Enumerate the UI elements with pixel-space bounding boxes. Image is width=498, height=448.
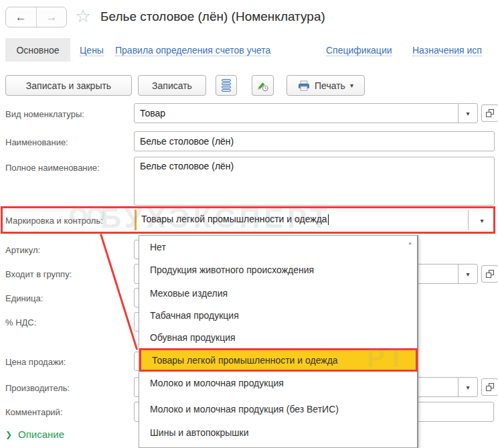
dropdown-item-moloko-bez-vetis[interactable]: Молоко и молочная продукция (без ВетИС) xyxy=(150,401,397,417)
naimenovanie-input[interactable]: Белье столовое (лён) xyxy=(134,131,495,151)
dropdown-item-obuvnaya[interactable]: Обувная продукция xyxy=(150,329,397,346)
annotation-red-line xyxy=(100,234,138,350)
vid-nomenklatury-dropdown-button[interactable]: ▾ xyxy=(458,104,477,123)
tab-naznacheniya[interactable]: Назначения исп xyxy=(412,45,482,56)
description-expander[interactable]: ❯ Описание xyxy=(5,429,64,440)
choose-from-list-icon xyxy=(486,109,494,117)
vid-nomenklatury-choose-button[interactable] xyxy=(481,104,498,122)
dropdown-item-shiny[interactable]: Шины и автопокрышки xyxy=(150,425,397,441)
markirovka-input[interactable]: Товары легкой промышленности и одежда xyxy=(141,214,329,225)
nomenclature-form-window: ← → ☆ Белье столовое (лён) (Номенклатура… xyxy=(0,0,498,448)
forward-button[interactable]: → xyxy=(37,7,67,27)
back-arrow-icon: ← xyxy=(15,11,27,24)
save-and-close-button[interactable]: Записать и закрыть xyxy=(5,75,132,96)
vhodit-v-gruppu-choose-button[interactable] xyxy=(481,265,498,283)
modified-field-marker xyxy=(135,210,137,230)
selected-item-label: Товары легкой промышленности и одежда xyxy=(152,355,338,366)
polnoe-naimenovanie-value: Белье столовое (лён) xyxy=(140,161,234,171)
field-label-naimenovanie: Наименование: xyxy=(5,137,68,147)
caret-down-icon: ▾ xyxy=(466,384,469,391)
dropdown-item-moloko[interactable]: Молоко и молочная продукция xyxy=(150,375,397,391)
dropdown-item-net[interactable]: Нет xyxy=(150,239,397,255)
forward-arrow-icon: → xyxy=(46,11,57,24)
caret-down-icon: ▾ xyxy=(480,217,483,224)
tab-pravila-scheta[interactable]: Правила определения счетов учета xyxy=(115,45,270,56)
caret-down-icon: ▾ xyxy=(466,271,469,278)
markirovka-caret-separator xyxy=(468,210,469,230)
scroll-up-icon[interactable]: ▲ xyxy=(408,240,412,245)
chevron-right-icon: ❯ xyxy=(5,430,12,439)
page-title: Белье столовое (лён) (Номенклатура) xyxy=(100,9,325,24)
field-label-markirovka: Маркировка и контроль: xyxy=(5,216,103,226)
text-cursor xyxy=(328,214,329,225)
markirovka-value: Товары легкой промышленности и одежда xyxy=(141,214,327,224)
back-button[interactable]: ← xyxy=(6,7,37,27)
proizvoditel-dropdown-button[interactable]: ▾ xyxy=(458,378,477,396)
tab-tseny[interactable]: Цены xyxy=(80,45,104,56)
save-button[interactable]: Записать xyxy=(138,75,206,96)
dropdown-item-tabachnaya[interactable]: Табачная продукция xyxy=(150,307,397,323)
markirovka-dropdown-button[interactable]: ▾ xyxy=(473,214,491,226)
tab-specifikacii[interactable]: Спецификации xyxy=(326,45,392,56)
print-caret-icon: ▾ xyxy=(350,82,353,89)
pencil-clock-icon xyxy=(256,79,269,92)
field-label-polnoe-naimenovanie: Полное наименование: xyxy=(5,163,100,173)
polnoe-naimenovanie-textarea[interactable]: Белье столовое (лён) xyxy=(134,157,495,206)
tab-osnovnoe[interactable]: Основное xyxy=(5,38,70,62)
print-button-label: Печать xyxy=(315,80,345,91)
choose-from-list-icon xyxy=(486,270,494,278)
related-documents-button[interactable] xyxy=(216,75,237,96)
field-label-artikul: Артикул: xyxy=(5,245,40,255)
dropdown-item-mehovye[interactable]: Меховые изделия xyxy=(150,285,397,301)
vid-nomenklatury-input[interactable]: Товар ▾ xyxy=(134,103,478,123)
markirovka-dropdown-list: ▲ Нет Продукция животного происхождения … xyxy=(139,235,418,448)
field-label-proizvoditel: Производитель: xyxy=(5,383,70,393)
history-nav-group: ← → xyxy=(5,7,67,27)
field-label-kommentariy: Комментарий: xyxy=(5,407,63,417)
field-label-vhodit-v-gruppu: Входит в группу: xyxy=(5,269,72,279)
dropdown-item-produkcia-zhivotnogo[interactable]: Продукция животного происхождения xyxy=(150,262,397,278)
naimenovanie-value: Белье столовое (лён) xyxy=(140,136,234,147)
choose-from-list-icon xyxy=(486,383,494,391)
database-stack-icon xyxy=(222,79,231,92)
description-link-label: Описание xyxy=(18,429,64,440)
field-label-vid-nomenklatury: Вид номенклатуры: xyxy=(5,109,84,119)
field-label-edinitsa: Единица: xyxy=(5,293,43,303)
change-history-button[interactable] xyxy=(252,75,274,96)
vhodit-v-gruppu-dropdown-button[interactable]: ▾ xyxy=(458,265,477,283)
caret-down-icon: ▾ xyxy=(466,110,469,117)
vid-nomenklatury-value: Товар xyxy=(140,108,165,119)
field-label-nds: % НДС: xyxy=(5,317,36,327)
dropdown-item-tovary-legkoy-selected[interactable]: Товары легкой промышленности и одежда xyxy=(139,348,418,372)
printer-icon xyxy=(298,80,310,91)
print-button[interactable]: Печать ▾ xyxy=(286,75,365,96)
favorite-star-icon[interactable]: ☆ xyxy=(75,5,91,27)
field-label-tsena-prodazhi: Цена продажи: xyxy=(5,357,66,367)
proizvoditel-choose-button[interactable] xyxy=(481,378,498,396)
